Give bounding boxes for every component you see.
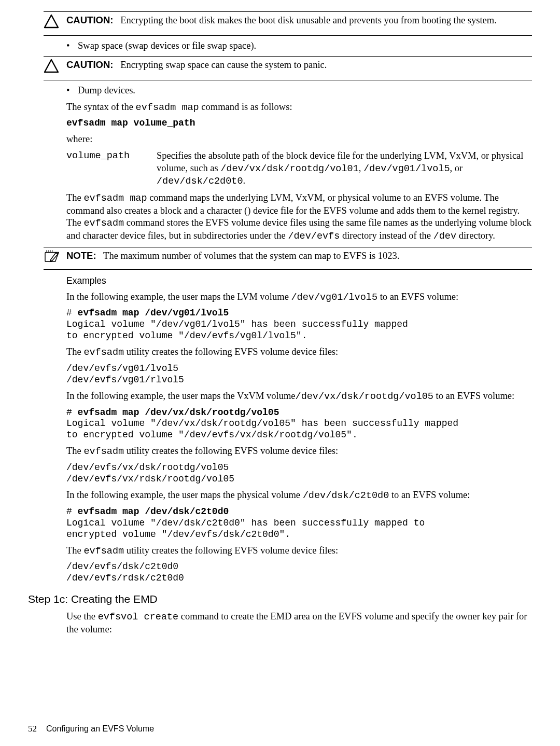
example2-intro: In the following example, the user maps … [66,390,532,403]
caution-label: CAUTION: [66,59,113,70]
example1-code: # evfsadm map /dev/vg01/lvol5 Logical vo… [66,308,532,342]
note-body: NOTE: The maximum number of volumes that… [66,250,532,267]
caution-box: CAUTION: Encrypting the boot disk makes … [44,12,532,35]
example1-util: The evfsadm utility creates the followin… [66,346,532,359]
example3-files: /dev/evfs/dsk/c2t0d0 /dev/evfs/rdsk/c2t0… [66,561,532,584]
note-icon [44,250,59,267]
example2-util: The evfsadm utility creates the followin… [66,445,532,458]
svg-marker-1 [45,60,58,72]
caution-text: Encrypting the boot disk makes the boot … [120,15,497,25]
caution-icon [44,14,59,32]
bullet-swap: Swap space (swap devices or file swap sp… [66,40,532,52]
example1-files: /dev/evfs/vg01/lvol5 /dev/evfs/vg01/rlvo… [66,363,532,386]
example2-files: /dev/evfs/vx/dsk/rootdg/vol05 /dev/evfs/… [66,462,532,485]
caution-box: CAUTION: Encrypting swap space can cause… [44,57,532,80]
map-paragraph: The evfsadm map command maps the underly… [66,192,532,243]
caution-icon [44,59,59,77]
examples-heading: Examples [66,275,532,286]
caution-body: CAUTION: Encrypting swap space can cause… [66,59,532,77]
caution-label: CAUTION: [66,15,113,25]
caution-text: Encrypting swap space can cause the syst… [120,60,327,70]
def-body: Specifies the absolute path of the block… [157,150,532,188]
footer-title: Configuring an EVFS Volume [46,724,154,734]
def-row: volume_path Specifies the absolute path … [66,150,532,188]
syntax-intro: The syntax of the evfsadm map command is… [66,101,532,114]
where: where: [66,133,532,146]
example2-code: # evfsadm map /dev/vx/dsk/rootdg/vol05 L… [66,407,532,441]
example3-util: The evfsadm utility creates the followin… [66,545,532,558]
step-paragraph: Use the evfsvol create command to create… [66,611,532,636]
page-footer: 52 Configuring an EVFS Volume [28,723,154,735]
example1-intro: In the following example, the user maps … [66,291,532,304]
step-heading: Step 1c: Creating the EMD [28,592,532,606]
example3-intro: In the following example, the user maps … [66,489,532,502]
def-term: volume_path [66,150,142,188]
page-number: 52 [28,723,37,735]
note-text: The maximum number of volumes that the s… [103,251,399,261]
note-label: NOTE: [66,250,96,261]
bullet-dump: Dump devices. [66,85,532,97]
syntax-command: evfsadm map volume_path [66,118,532,129]
caution-body: CAUTION: Encrypting the boot disk makes … [66,14,532,32]
svg-marker-0 [45,15,58,27]
example3-code: # evfsadm map /dev/dsk/c2t0d0 Logical vo… [66,506,532,541]
note-box: NOTE: The maximum number of volumes that… [44,247,532,270]
